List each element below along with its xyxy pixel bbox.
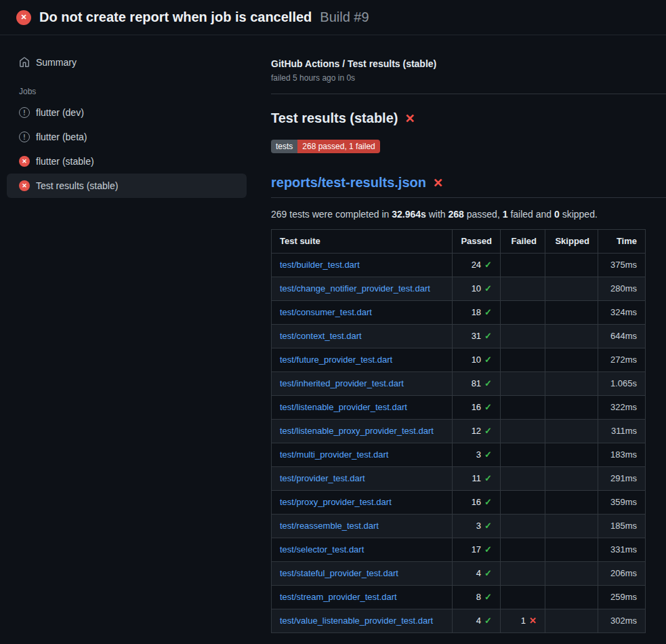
table-header-row: Test suite Passed Failed Skipped Time	[272, 230, 646, 254]
table-row: test/change_notifier_provider_test.dart …	[272, 277, 646, 301]
suite-cell: test/reassemble_test.dart	[272, 515, 453, 538]
table-row: test/value_listenable_provider_test.dart…	[272, 609, 646, 633]
job-status-icon: !	[19, 107, 30, 118]
time-value: 302ms	[598, 609, 646, 633]
skipped-cell	[545, 562, 598, 586]
failed-status-icon: ✕	[16, 10, 31, 25]
sidebar-job-item[interactable]: ! flutter (beta)	[7, 125, 247, 149]
passed-count: 16	[472, 497, 481, 507]
failed-count: 1	[521, 616, 526, 626]
job-label: flutter (dev)	[36, 107, 84, 118]
time-value: 375ms	[598, 254, 646, 277]
check-title: Test results (stable) ✕	[271, 110, 666, 126]
passed-cell: 10✓	[453, 277, 501, 301]
sidebar: Summary Jobs ! flutter (dev) ! flutter (…	[0, 35, 257, 198]
failed-cell	[501, 491, 545, 515]
check-icon: ✓	[484, 521, 492, 531]
time-value: 1.065s	[598, 372, 646, 396]
test-suite-link[interactable]: test/context_test.dart	[280, 331, 362, 341]
failed-cell	[501, 538, 545, 562]
test-suite-link[interactable]: test/stateful_provider_test.dart	[280, 568, 398, 578]
summary-passed: 268	[449, 209, 464, 220]
skipped-cell	[545, 396, 598, 420]
passed-count: 10	[472, 355, 481, 365]
suite-cell: test/provider_test.dart	[272, 467, 453, 491]
test-suite-link[interactable]: test/multi_provider_test.dart	[280, 449, 388, 460]
badge-value: 268 passed, 1 failed	[297, 140, 379, 153]
suite-cell: test/proxy_provider_test.dart	[272, 491, 453, 515]
test-suite-link[interactable]: test/builder_test.dart	[280, 260, 360, 270]
suite-cell: test/selector_test.dart	[272, 538, 453, 562]
table-row: test/inherited_provider_test.dart 81✓ 1.…	[272, 372, 646, 396]
failed-x-icon: ✕	[433, 176, 443, 190]
test-suite-link[interactable]: test/reassemble_test.dart	[280, 521, 379, 531]
sidebar-item-summary[interactable]: Summary	[7, 50, 247, 75]
passed-cell: 24✓	[453, 254, 501, 277]
passed-cell: 12✓	[453, 420, 501, 443]
test-suite-link[interactable]: test/selector_test.dart	[280, 544, 364, 555]
suite-cell: test/stateful_provider_test.dart	[272, 562, 453, 586]
job-label: Test results (stable)	[36, 180, 118, 191]
time-value: 322ms	[598, 396, 646, 420]
test-suite-link[interactable]: test/inherited_provider_test.dart	[280, 378, 404, 388]
jobs-list: ! flutter (dev) ! flutter (beta) ✕ flutt…	[7, 100, 247, 198]
col-header-time: Time	[598, 230, 646, 254]
check-icon: ✓	[484, 355, 492, 365]
job-status-icon: ✕	[19, 156, 30, 167]
passed-count: 11	[472, 473, 482, 483]
skipped-cell	[545, 609, 598, 633]
passed-cell: 4✓	[453, 562, 501, 586]
failed-cell	[501, 396, 545, 420]
sidebar-job-item[interactable]: ! flutter (dev)	[7, 100, 247, 125]
table-row: test/consumer_test.dart 18✓ 324ms	[272, 301, 646, 325]
time-value: 324ms	[598, 301, 646, 325]
passed-cell: 18✓	[453, 301, 501, 325]
test-suite-link[interactable]: test/consumer_test.dart	[280, 307, 372, 317]
table-row: test/context_test.dart 31✓ 644ms	[272, 325, 646, 348]
report-title-link[interactable]: reports/test-results.json ✕	[271, 175, 666, 198]
test-suite-link[interactable]: test/listenable_provider_test.dart	[280, 402, 407, 412]
table-row: test/stream_provider_test.dart 8✓ 259ms	[272, 586, 646, 609]
passed-cell: 11✓	[453, 467, 501, 491]
test-suite-link[interactable]: test/future_provider_test.dart	[280, 355, 392, 365]
check-icon: ✓	[484, 402, 492, 412]
sidebar-job-item[interactable]: ✕ Test results (stable)	[7, 174, 247, 198]
suite-cell: test/listenable_provider_test.dart	[272, 396, 453, 420]
check-icon: ✓	[484, 378, 492, 388]
passed-count: 8	[476, 592, 481, 602]
check-icon: ✓	[484, 331, 492, 341]
failed-cell	[501, 348, 545, 372]
table-row: test/selector_test.dart 17✓ 331ms	[272, 538, 646, 562]
passed-cell: 3✓	[453, 515, 501, 538]
suite-cell: test/listenable_proxy_provider_test.dart	[272, 420, 453, 443]
time-value: 311ms	[598, 420, 646, 443]
passed-count: 4	[476, 568, 481, 578]
passed-count: 18	[472, 307, 481, 317]
test-suite-link[interactable]: test/stream_provider_test.dart	[280, 592, 397, 602]
skipped-cell	[545, 467, 598, 491]
job-status-icon: ✕	[19, 180, 30, 191]
time-value: 359ms	[598, 491, 646, 515]
skipped-cell	[545, 538, 598, 562]
passed-cell: 8✓	[453, 586, 501, 609]
failed-x-icon: ✕	[404, 111, 415, 126]
summary-duration: 32.964s	[392, 209, 426, 220]
tests-badge: tests 268 passed, 1 failed	[271, 140, 380, 153]
test-suite-link[interactable]: test/proxy_provider_test.dart	[280, 497, 392, 507]
time-value: 185ms	[598, 515, 646, 538]
results-table-body: test/builder_test.dart 24✓ 375ms test/ch…	[272, 254, 646, 633]
suite-cell: test/future_provider_test.dart	[272, 348, 453, 372]
skipped-cell	[545, 372, 598, 396]
summary-line: 269 tests were completed in 32.964s with…	[271, 209, 666, 220]
col-header-passed: Passed	[453, 230, 501, 254]
suite-cell: test/builder_test.dart	[272, 254, 453, 277]
test-suite-link[interactable]: test/change_notifier_provider_test.dart	[280, 283, 430, 294]
skipped-cell	[545, 443, 598, 467]
test-suite-link[interactable]: test/value_listenable_provider_test.dart	[280, 616, 433, 626]
sidebar-job-item[interactable]: ✕ flutter (stable)	[7, 149, 247, 174]
test-suite-link[interactable]: test/provider_test.dart	[280, 473, 365, 483]
check-icon: ✓	[484, 260, 492, 270]
suite-cell: test/stream_provider_test.dart	[272, 586, 453, 609]
suite-cell: test/multi_provider_test.dart	[272, 443, 453, 467]
test-suite-link[interactable]: test/listenable_proxy_provider_test.dart	[280, 426, 434, 436]
